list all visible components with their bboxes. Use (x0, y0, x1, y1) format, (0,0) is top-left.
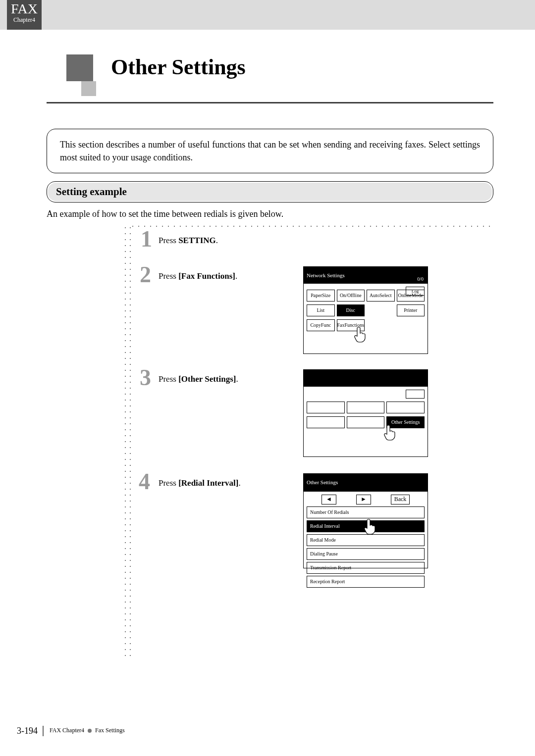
dotted-vertical-2 (129, 225, 132, 657)
step-number-3: 3 (140, 364, 151, 391)
step-number-4: 4 (139, 468, 150, 495)
screen1-btn-papersize[interactable]: PaperSize (307, 290, 335, 302)
screen1-btn-disc[interactable]: Disc (337, 304, 365, 316)
step-text-2: Press [Fax Functions]. (159, 271, 237, 281)
screenshot-1: Network Settings 0/0 Log PaperSize On/Of… (303, 266, 428, 354)
list-item-redials[interactable]: Number Of Redials (307, 506, 425, 518)
screenshot-2: Other Settings (303, 369, 428, 457)
screenshot-3-titlebar: Other Settings (304, 474, 428, 492)
step-text-3: Press [Other Settings]. (159, 374, 238, 384)
square-icon-small (81, 81, 96, 96)
header-tab: FAX Chapter4 (7, 0, 42, 30)
screen1-btn-autoselect[interactable]: AutoSelect (367, 290, 395, 302)
screenshot-3: Other Settings ◄ ► Back Number Of Redial… (303, 473, 428, 568)
header-title: FAX (7, 0, 42, 16)
pointer-hand-icon (383, 424, 397, 441)
pointer-hand-icon (363, 518, 377, 535)
screenshot-2-titlebar (304, 370, 428, 387)
step-number-1: 1 (141, 226, 152, 252)
step-number-2: 2 (140, 261, 151, 288)
step-text-1: Press SETTING. (159, 236, 218, 246)
screenshot-3-nav: ◄ ► Back (307, 495, 425, 504)
pointer-hand-icon (353, 326, 367, 343)
screen1-btn-onoffline[interactable]: On/Offline (337, 290, 365, 302)
screenshot-1-tag: Log (406, 287, 425, 296)
intro-box: This section describes a number of usefu… (47, 129, 493, 173)
subheading-pill: Setting example (47, 181, 493, 202)
header-subtitle: Chapter4 (7, 16, 42, 23)
intro-text: This section describes a number of usefu… (60, 140, 480, 162)
screen2-btn-b[interactable] (347, 402, 385, 413)
back-button[interactable]: Back (391, 495, 410, 504)
footer-text: FAX Chapter4 Fax Settings (50, 727, 125, 734)
bullet-icon (88, 729, 92, 733)
page-title: Other Settings (111, 54, 246, 80)
list-item-rx-report[interactable]: Reception Report (307, 576, 425, 588)
prev-arrow-icon[interactable]: ◄ (321, 495, 336, 504)
screenshot-3-body: ◄ ► Back Number Of Redials Redial Interv… (304, 492, 428, 591)
manual-page: FAX Chapter4 Other Settings This section… (0, 0, 535, 756)
screen1-btn-copyfunc[interactable]: CopyFunc (307, 319, 335, 331)
screen2-btn-d[interactable] (307, 416, 345, 428)
example-lead: An example of how to set the time betwee… (47, 209, 283, 219)
list-item-dialing-pause[interactable]: Dialing Pause (307, 548, 425, 560)
screen1-btn-list[interactable]: List (307, 304, 335, 316)
screen2-btn-a[interactable] (307, 402, 345, 413)
square-icon-large (66, 54, 93, 81)
subheading-text: Setting example (48, 183, 492, 201)
screen1-btn-printer[interactable]: Printer (397, 304, 425, 316)
list-item-tx-report[interactable]: Transmission Report (307, 562, 425, 574)
screenshot-1-titlebar: Network Settings 0/0 (304, 267, 428, 284)
screen2-btn-e[interactable] (347, 416, 385, 428)
title-icon (47, 54, 106, 99)
next-arrow-icon[interactable]: ► (356, 495, 371, 504)
list-item-redial-mode[interactable]: Redial Mode (307, 534, 425, 546)
header-band (0, 0, 535, 30)
dotted-vertical-1 (124, 225, 127, 657)
title-rule (47, 102, 493, 103)
page-number: 3-194 (17, 726, 44, 736)
screenshot-2-body: Other Settings (304, 396, 428, 431)
screen2-btn-c[interactable] (386, 402, 425, 413)
step-text-4: Press [Redial Interval]. (159, 478, 241, 488)
dotted-horizontal (130, 225, 493, 228)
screenshot-2-tag (406, 390, 425, 399)
